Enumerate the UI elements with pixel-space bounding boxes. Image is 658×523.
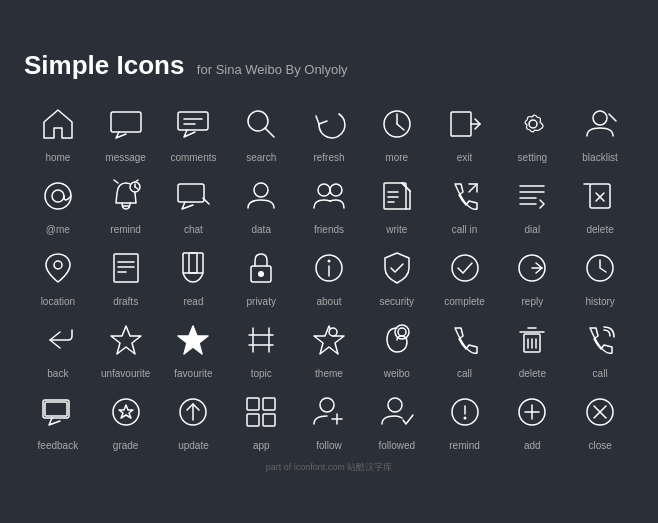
svg-point-21: [254, 183, 268, 197]
svg-line-30: [469, 184, 477, 192]
icon-more[interactable]: more: [363, 101, 431, 163]
svg-marker-55: [111, 326, 141, 354]
svg-marker-56: [178, 326, 208, 354]
svg-point-39: [54, 261, 62, 269]
icon-setting[interactable]: setting: [498, 101, 566, 163]
svg-point-13: [45, 183, 71, 209]
svg-rect-77: [263, 398, 275, 410]
icon-comments[interactable]: comments: [160, 101, 228, 163]
svg-rect-44: [183, 253, 197, 273]
icon-exit[interactable]: exit: [431, 101, 499, 163]
icon-write[interactable]: write: [363, 173, 431, 235]
svg-rect-79: [263, 414, 275, 426]
svg-point-47: [258, 271, 264, 277]
icon-complete[interactable]: complete: [431, 245, 499, 307]
icon-remind2[interactable]: remind: [431, 389, 499, 451]
svg-point-23: [330, 184, 342, 196]
subtitle: for Sina Weibo By Onlyoly: [197, 62, 348, 77]
svg-point-86: [463, 416, 466, 419]
svg-rect-72: [45, 402, 67, 416]
icon-location[interactable]: location: [24, 245, 92, 307]
icon-back[interactable]: back: [24, 317, 92, 379]
icon-security[interactable]: security: [363, 245, 431, 307]
svg-rect-24: [384, 183, 406, 209]
icon-friends[interactable]: friends: [295, 173, 363, 235]
svg-point-11: [593, 111, 607, 125]
icon-call-in[interactable]: call in: [431, 173, 499, 235]
icon-refresh[interactable]: refresh: [295, 101, 363, 163]
svg-point-83: [388, 398, 402, 412]
svg-point-73: [113, 399, 139, 425]
icon-drafts[interactable]: drafts: [92, 245, 160, 307]
icon-home[interactable]: home: [24, 101, 92, 163]
icon-feedback[interactable]: feedback: [24, 389, 92, 451]
icon-follow[interactable]: follow: [295, 389, 363, 451]
svg-rect-40: [114, 254, 138, 282]
icon-weibo[interactable]: weibo: [363, 317, 431, 379]
svg-point-80: [320, 398, 334, 412]
icon-app[interactable]: app: [227, 389, 295, 451]
svg-rect-0: [111, 112, 141, 132]
icon-chat[interactable]: chat: [160, 173, 228, 235]
svg-point-14: [52, 190, 64, 202]
svg-rect-45: [189, 253, 203, 273]
svg-point-51: [452, 255, 478, 281]
main-title: Simple Icons: [24, 50, 184, 80]
svg-rect-19: [178, 184, 204, 202]
svg-rect-8: [451, 112, 471, 136]
svg-point-62: [329, 328, 337, 336]
icon-dial[interactable]: dial: [498, 173, 566, 235]
icon-history[interactable]: history: [566, 245, 634, 307]
title-row: Simple Icons for Sina Weibo By Onlyoly: [24, 50, 634, 81]
icon-privaty[interactable]: privaty: [227, 245, 295, 307]
icon-call2[interactable]: call: [566, 317, 634, 379]
svg-line-5: [265, 128, 274, 137]
icon-unfavourite[interactable]: unfavourite: [92, 317, 160, 379]
svg-point-22: [318, 184, 330, 196]
icon-blacklist[interactable]: blacklist: [566, 101, 634, 163]
icon-theme[interactable]: theme: [295, 317, 363, 379]
icon-call[interactable]: call: [431, 317, 499, 379]
icon-delete[interactable]: delete: [566, 173, 634, 235]
icon-favourite[interactable]: favourite: [160, 317, 228, 379]
svg-point-64: [395, 325, 409, 339]
svg-point-10: [529, 120, 537, 128]
icon-topic[interactable]: topic: [227, 317, 295, 379]
icon-message[interactable]: message: [92, 101, 160, 163]
svg-rect-1: [178, 112, 208, 130]
icon-add[interactable]: add: [498, 389, 566, 451]
icon-delete2[interactable]: delete: [498, 317, 566, 379]
main-container: Simple Icons for Sina Weibo By Onlyoly h…: [14, 30, 644, 494]
svg-line-12: [609, 114, 616, 121]
icon-about[interactable]: about: [295, 245, 363, 307]
icon-followed[interactable]: followed: [363, 389, 431, 451]
svg-point-63: [398, 328, 406, 336]
icon-remind[interactable]: remind: [92, 173, 160, 235]
icons-grid: home message comments search refresh mor…: [24, 101, 634, 451]
svg-rect-78: [247, 414, 259, 426]
icon-reply[interactable]: reply: [498, 245, 566, 307]
icon-atme[interactable]: @me: [24, 173, 92, 235]
icon-close[interactable]: close: [566, 389, 634, 451]
icon-data[interactable]: data: [227, 173, 295, 235]
icon-update[interactable]: update: [160, 389, 228, 451]
icon-grade[interactable]: grade: [92, 389, 160, 451]
icon-search[interactable]: search: [227, 101, 295, 163]
svg-point-50: [327, 259, 330, 262]
icon-read[interactable]: read: [160, 245, 228, 307]
svg-rect-76: [247, 398, 259, 410]
footer: part of iconfont.com 站酷汉字库: [24, 461, 634, 474]
